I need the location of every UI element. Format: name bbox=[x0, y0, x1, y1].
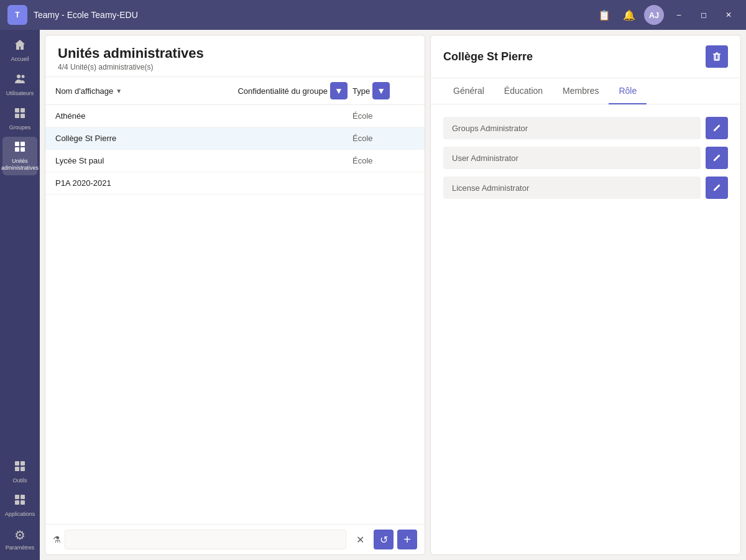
groups-icon bbox=[14, 107, 26, 122]
maximize-button[interactable]: ◻ bbox=[694, 5, 714, 25]
right-panel: Collège St Pierre Général Éducation M bbox=[430, 35, 741, 555]
clear-button[interactable]: ✕ bbox=[350, 530, 370, 549]
app-logo: T bbox=[7, 5, 27, 25]
delete-button[interactable] bbox=[706, 45, 728, 68]
sidebar-item-groupes[interactable]: Groupes bbox=[2, 103, 37, 135]
tab-membres[interactable]: Membres bbox=[553, 78, 609, 104]
table-body: Athénée École Collège St Pierre École Ly… bbox=[45, 105, 425, 524]
sidebar-item-applications-label: Applications bbox=[5, 511, 35, 518]
home-icon bbox=[14, 39, 26, 54]
svg-point-2 bbox=[17, 75, 21, 78]
edit-user-admin-button[interactable] bbox=[706, 147, 728, 169]
app-layout: Accueil Utilisateurs bbox=[0, 30, 746, 560]
column-name-label: Nom d'affichage bbox=[55, 86, 113, 96]
svg-rect-5 bbox=[21, 108, 25, 112]
svg-rect-16 bbox=[15, 495, 19, 499]
app-title: Teamy - Ecole Teamy-EDU bbox=[34, 10, 594, 20]
right-panel-title: Collège St Pierre bbox=[443, 50, 706, 63]
column-header-type[interactable]: Type ▼ bbox=[352, 82, 415, 99]
tab-role[interactable]: Rôle bbox=[609, 78, 647, 104]
sidebar-item-accueil[interactable]: Accueil bbox=[2, 35, 37, 67]
row-name: Athénée bbox=[55, 111, 352, 121]
sidebar-item-unites[interactable]: Unités administratives bbox=[2, 137, 37, 175]
sidebar-item-utilisateurs[interactable]: Utilisateurs bbox=[2, 69, 37, 101]
sidebar-item-accueil-label: Accueil bbox=[11, 56, 29, 63]
titlebar-actions: 📋 🔔 AJ – ◻ ✕ bbox=[594, 5, 739, 25]
outils-icon bbox=[14, 460, 26, 475]
user-avatar[interactable]: AJ bbox=[644, 5, 664, 25]
edit-groups-admin-button[interactable] bbox=[706, 117, 728, 139]
column-type-label: Type bbox=[352, 86, 370, 96]
confidentiality-filter-button[interactable]: ▼ bbox=[330, 82, 348, 99]
sidebar-item-unites-label: Unités administratives bbox=[1, 158, 39, 172]
svg-text:T: T bbox=[15, 11, 20, 19]
tab-education[interactable]: Éducation bbox=[494, 78, 553, 104]
left-panel: Unités administratives 4/4 Unité(s) admi… bbox=[45, 35, 425, 555]
add-button[interactable]: + bbox=[397, 530, 417, 549]
svg-rect-18 bbox=[15, 500, 19, 505]
svg-rect-4 bbox=[15, 108, 19, 112]
sidebar-item-groupes-label: Groupes bbox=[9, 124, 31, 131]
sidebar: Accueil Utilisateurs bbox=[0, 30, 40, 560]
role-content: Groups Administrator User Administrator bbox=[431, 104, 740, 211]
groups-admin-label: Groups Administrator bbox=[443, 117, 701, 139]
svg-rect-14 bbox=[15, 467, 19, 471]
type-filter-button[interactable]: ▼ bbox=[372, 82, 390, 99]
sidebar-item-applications[interactable]: Applications bbox=[2, 490, 37, 521]
chevron-down-icon: ▼ bbox=[116, 88, 122, 94]
sidebar-item-outils-label: Outils bbox=[12, 477, 27, 484]
panel-title: Unités administratives bbox=[58, 45, 412, 62]
applications-icon bbox=[14, 493, 26, 509]
refresh-button[interactable]: ↺ bbox=[374, 530, 394, 549]
sidebar-item-parametres[interactable]: ⚙ Paramètres bbox=[2, 524, 37, 555]
svg-rect-11 bbox=[21, 147, 25, 152]
license-admin-label: License Administrator bbox=[443, 177, 701, 199]
tab-general[interactable]: Général bbox=[443, 78, 494, 104]
row-name: Collège St Pierre bbox=[55, 134, 352, 143]
svg-rect-6 bbox=[15, 114, 19, 118]
unites-icon bbox=[14, 140, 26, 156]
user-admin-label: User Administrator bbox=[443, 147, 701, 169]
bell-icon[interactable]: 🔔 bbox=[619, 5, 639, 25]
titlebar: T Teamy - Ecole Teamy-EDU 📋 🔔 AJ – ◻ ✕ bbox=[0, 0, 746, 30]
svg-rect-10 bbox=[15, 147, 19, 152]
sidebar-item-outils[interactable]: Outils bbox=[2, 456, 37, 488]
role-item-user-admin: User Administrator bbox=[443, 147, 728, 169]
svg-rect-7 bbox=[21, 114, 25, 118]
row-name: P1A 2020-2021 bbox=[55, 178, 352, 188]
sidebar-item-parametres-label: Paramètres bbox=[6, 544, 35, 551]
svg-rect-9 bbox=[21, 142, 25, 146]
table-row[interactable]: Athénée École bbox=[45, 105, 425, 127]
table-row[interactable]: Lycée St paul École bbox=[45, 150, 425, 172]
sidebar-item-utilisateurs-label: Utilisateurs bbox=[6, 90, 34, 97]
tabs: Général Éducation Membres Rôle bbox=[431, 78, 740, 104]
filter-icon: ⚗ bbox=[53, 535, 61, 544]
svg-rect-15 bbox=[21, 467, 25, 471]
column-header-confidentiality[interactable]: Confidentialité du groupe ▼ bbox=[237, 82, 348, 99]
row-name: Lycée St paul bbox=[55, 156, 352, 165]
role-item-license-admin: License Administrator bbox=[443, 177, 728, 199]
svg-rect-8 bbox=[15, 142, 19, 146]
edit-license-admin-button[interactable] bbox=[706, 177, 728, 199]
svg-rect-13 bbox=[21, 461, 25, 466]
row-type: École bbox=[352, 111, 415, 121]
users-icon bbox=[14, 73, 26, 88]
svg-rect-17 bbox=[21, 495, 25, 499]
search-input[interactable] bbox=[65, 530, 346, 549]
content-area: Unités administratives 4/4 Unité(s) admi… bbox=[40, 30, 746, 560]
svg-point-3 bbox=[22, 75, 25, 78]
table-header: Nom d'affichage ▼ Confidentialité du gro… bbox=[45, 77, 425, 105]
minimize-button[interactable]: – bbox=[669, 5, 689, 25]
clipboard-icon[interactable]: 📋 bbox=[594, 5, 614, 25]
column-confidentiality-label: Confidentialité du groupe bbox=[237, 86, 328, 96]
table-row[interactable]: P1A 2020-2021 bbox=[45, 172, 425, 195]
role-item-groups-admin: Groups Administrator bbox=[443, 117, 728, 139]
close-button[interactable]: ✕ bbox=[719, 5, 739, 25]
right-panel-header: Collège St Pierre bbox=[431, 35, 740, 78]
panel-header: Unités administratives 4/4 Unité(s) admi… bbox=[45, 35, 425, 77]
row-type: École bbox=[352, 134, 415, 143]
row-type: École bbox=[352, 156, 415, 165]
table-row[interactable]: Collège St Pierre École bbox=[45, 127, 425, 150]
column-header-name[interactable]: Nom d'affichage ▼ bbox=[55, 86, 233, 96]
svg-rect-19 bbox=[21, 500, 25, 505]
